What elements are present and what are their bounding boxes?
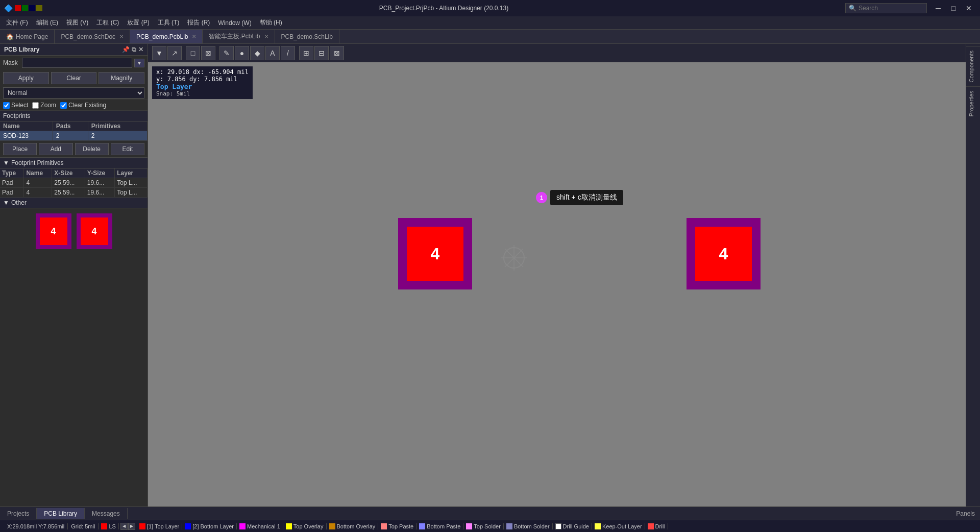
col-x-size: X-Size — [52, 168, 85, 178]
layer-top-overlay[interactable]: Top Overlay — [283, 523, 327, 529]
other-section: ▼ Other 4 4 — [0, 198, 148, 506]
layer-color-mech — [239, 523, 246, 529]
search-input[interactable] — [859, 5, 920, 12]
layer-color-bottom-paste — [419, 523, 425, 529]
apply-button[interactable]: Apply — [3, 72, 49, 84]
tab-close-icon[interactable]: ✕ — [192, 34, 196, 39]
footprint-pads: 2 — [53, 131, 88, 141]
layer-top-paste[interactable]: Top Paste — [378, 523, 416, 529]
tab-home-page[interactable]: 🏠 Home Page — [0, 30, 55, 43]
select-checkbox[interactable] — [3, 102, 10, 109]
filter-tool-button[interactable]: ▼ — [152, 46, 166, 60]
delete-button[interactable]: Delete — [75, 143, 109, 155]
layer-bottom-solder[interactable]: Bottom Solder — [504, 523, 553, 529]
title-search-box[interactable]: 🔍 — [845, 3, 927, 13]
coords-box: x: 29.018 dx: -65.904 mil y: 7.856 dy: 7… — [152, 66, 253, 99]
layer-top[interactable]: [1] Top Layer — [137, 523, 182, 529]
window-controls: ─ □ ✕ — [931, 1, 976, 15]
grid-status: Grid: 5mil — [68, 523, 99, 529]
table-row[interactable]: SOD-123 2 2 — [0, 131, 148, 141]
pcb-library-tab[interactable]: PCB Library — [37, 508, 85, 519]
select-rect-button[interactable]: □ — [186, 46, 200, 60]
draw-button[interactable]: ✎ — [219, 46, 234, 60]
pcb-pad-right[interactable]: 4 — [687, 218, 761, 289]
close-panel-icon[interactable]: ✕ — [138, 46, 143, 53]
clear-existing-checkbox[interactable] — [60, 102, 67, 109]
table-row[interactable]: Pad 4 25.59... 19.6... Top L... — [0, 178, 148, 188]
menu-item-window[interactable]: Window (W) — [214, 18, 255, 28]
canvas-area[interactable]: x: 29.018 dx: -65.904 mil y: 7.856 dy: 7… — [148, 62, 966, 506]
layer-color-bottom — [185, 523, 191, 529]
footprints-header: Footprints — [0, 111, 148, 122]
measure-text: shift + c取消测量线 — [550, 190, 623, 205]
tab-zhinengche-pcblib[interactable]: 智能车主板.PcbLib ✕ — [203, 30, 275, 43]
layer-next-button[interactable]: ▶ — [128, 523, 135, 530]
zoom-checkbox[interactable] — [32, 102, 39, 109]
footprint-name: SOD-123 — [0, 131, 53, 141]
layer-keepout[interactable]: Keep-Out Layer — [592, 523, 645, 529]
menu-item-file[interactable]: 文件 (F) — [2, 17, 32, 29]
menu-item-help[interactable]: 帮助 (H) — [256, 17, 286, 29]
layer-top-solder[interactable]: Top Solder — [463, 523, 504, 529]
components-panel-tab[interactable]: Components — [966, 46, 980, 86]
messages-tab[interactable]: Messages — [85, 508, 128, 519]
close-button[interactable]: ✕ — [962, 1, 976, 15]
zoom-in-button[interactable]: ⊞ — [299, 46, 313, 60]
layer-prev-button[interactable]: ◀ — [120, 523, 128, 530]
zoom-checkbox-label[interactable]: Zoom — [32, 102, 56, 109]
table-row[interactable]: Pad 4 25.59... 19.6... Top L... — [0, 188, 148, 198]
line-button[interactable]: / — [281, 46, 295, 60]
close-view-button[interactable]: ⊠ — [330, 46, 344, 60]
restore-button[interactable]: □ — [946, 1, 961, 15]
menu-item-view[interactable]: 视图 (V) — [62, 17, 92, 29]
tab-pcb-schdoc[interactable]: PCB_demo.SchDoc ✕ — [55, 30, 130, 43]
measure-number: 1 — [536, 192, 547, 203]
mask-dropdown-button[interactable]: ▼ — [134, 59, 144, 67]
layer-bottom-paste[interactable]: Bottom Paste — [416, 523, 463, 529]
layer-bottom-overlay[interactable]: Bottom Overlay — [327, 523, 379, 529]
tab-pcb-pcblib[interactable]: PCB_demo.PcbLib ✕ — [130, 30, 203, 43]
tab-close-icon[interactable]: ✕ — [119, 34, 124, 39]
select-checkbox-label[interactable]: Select — [3, 102, 28, 109]
add-button[interactable]: Add — [39, 143, 72, 155]
menu-item-edit[interactable]: 编辑 (E) — [32, 17, 62, 29]
menu-bar: 文件 (F) 编辑 (E) 视图 (V) 工程 (C) 放置 (P) 工具 (T… — [0, 16, 980, 30]
pcb-pad-left[interactable]: 4 — [398, 218, 472, 289]
circle-button[interactable]: ● — [235, 46, 249, 60]
panels-label[interactable]: Panels — [951, 508, 980, 519]
projects-tab[interactable]: Projects — [0, 508, 37, 519]
menu-item-tools[interactable]: 工具 (T) — [154, 17, 184, 29]
text-button[interactable]: A — [265, 46, 280, 60]
mask-input[interactable] — [22, 58, 132, 68]
tab-pcb-schlib[interactable]: PCB_demo.SchLib — [275, 30, 339, 43]
layer-drill[interactable]: Drill — [645, 523, 668, 529]
normal-select[interactable]: Normal — [3, 87, 144, 99]
filter-buttons: Apply Clear Magnify — [0, 70, 148, 86]
place-button[interactable]: Place — [3, 143, 37, 155]
title-bar: 🔷 PCB_Project.PrjPcb - Altium Designer (… — [0, 0, 980, 16]
layer-color-top-overlay — [286, 523, 292, 529]
layer-ls[interactable]: LS — [99, 523, 118, 529]
clear-button[interactable]: Clear — [51, 72, 97, 84]
menu-item-reports[interactable]: 报告 (R) — [183, 17, 214, 29]
properties-panel-tab[interactable]: Properties — [966, 86, 980, 120]
clear-existing-checkbox-label[interactable]: Clear Existing — [60, 102, 106, 109]
minimize-button[interactable]: ─ — [931, 1, 945, 15]
menu-item-project[interactable]: 工程 (C) — [92, 17, 123, 29]
edit-button[interactable]: Edit — [111, 143, 144, 155]
crosshair-svg — [501, 245, 527, 271]
coord-y: 7.856 — [167, 76, 186, 83]
menu-item-place[interactable]: 放置 (P) — [123, 17, 153, 29]
diamond-button[interactable]: ◆ — [250, 46, 264, 60]
magnify-button[interactable]: Magnify — [99, 72, 144, 84]
tab-close-icon[interactable]: ✕ — [264, 34, 268, 39]
layer-nav: ◀ ▶ — [119, 523, 137, 530]
layer-bottom[interactable]: [2] Bottom Layer — [182, 523, 237, 529]
float-icon[interactable]: ⧉ — [132, 46, 136, 53]
pin-icon[interactable]: 📌 — [122, 46, 130, 53]
layer-mechanical[interactable]: Mechanical 1 — [237, 523, 283, 529]
layer-drill-guide[interactable]: Drill Guide — [553, 523, 592, 529]
zoom-out-button[interactable]: ⊟ — [314, 46, 329, 60]
arrow-tool-button[interactable]: ↗ — [167, 46, 182, 60]
measure-button[interactable]: ⊠ — [201, 46, 215, 60]
